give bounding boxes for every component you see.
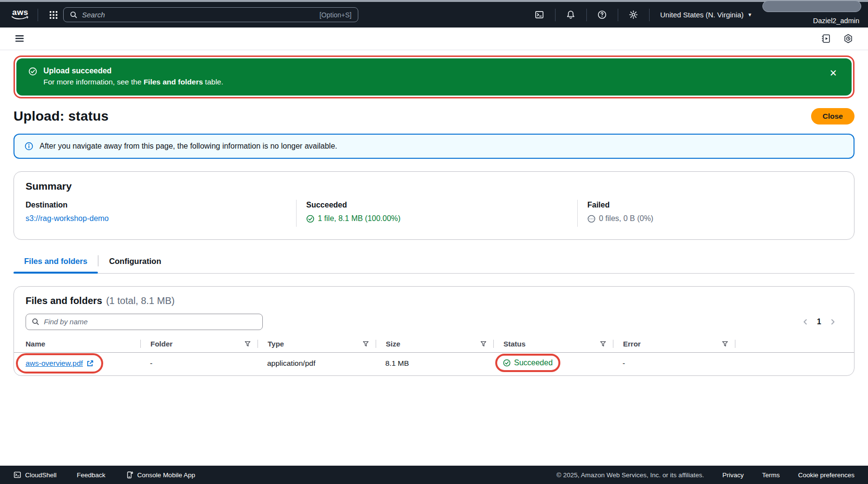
close-icon: ✕: [829, 68, 837, 78]
success-flashbar: Upload succeeded For more information, s…: [16, 58, 852, 96]
cell-name: aws-overview.pdf: [26, 359, 140, 368]
cell-type: application/pdf: [258, 359, 376, 368]
column-header-filler: [735, 340, 842, 348]
account-area[interactable]: Daziel2_admin: [756, 2, 858, 28]
column-header-name[interactable]: Name: [26, 340, 140, 348]
next-page-button[interactable]: [828, 317, 838, 327]
search-icon: [32, 318, 40, 326]
notifications-button[interactable]: [562, 6, 580, 24]
help-button[interactable]: [594, 6, 611, 24]
dismiss-notification-button[interactable]: ✕: [826, 66, 841, 81]
aws-logo[interactable]: aws: [10, 9, 31, 21]
previous-page-button[interactable]: [800, 317, 810, 327]
annotation-highlight-status: Succeeded: [495, 354, 560, 372]
footer-feedback-button[interactable]: Feedback: [77, 471, 105, 479]
column-header-error[interactable]: Error: [613, 340, 735, 348]
filter-funnel-icon[interactable]: [722, 341, 728, 347]
filter-placeholder: Find by name: [44, 318, 88, 326]
status-text: Succeeded: [514, 359, 553, 367]
external-link-icon: [86, 360, 94, 367]
flashbar-message-prefix: For more information, see the: [43, 78, 144, 86]
filter-input[interactable]: Find by name: [26, 314, 263, 330]
info-icon: [25, 142, 33, 151]
table-row: aws-overview.pdf - application/pdf 8.1 M…: [14, 353, 854, 375]
files-panel-header: Files and folders (1 total, 8.1 MB): [14, 295, 854, 306]
page-title: Upload: status: [14, 109, 108, 124]
tab-label: Files and folders: [24, 257, 87, 265]
privacy-link[interactable]: Privacy: [722, 471, 744, 479]
close-button[interactable]: Close: [811, 108, 854, 124]
copyright-text: © 2025, Amazon Web Services, Inc. or its…: [556, 471, 704, 479]
cell-folder: -: [140, 359, 258, 368]
summary-grid: Destination s3://rag-workshop-demo Succe…: [26, 200, 842, 227]
top-navigation: aws Search [Option+S]: [0, 2, 868, 28]
column-header-folder[interactable]: Folder: [140, 340, 258, 348]
gear-icon: [629, 10, 638, 19]
services-menu-button[interactable]: [45, 6, 62, 24]
chevron-right-icon: [829, 318, 837, 326]
cell-size: 8.1 MB: [376, 359, 493, 368]
cloudshell-button[interactable]: [531, 6, 548, 24]
success-check-circle-icon: [503, 359, 511, 367]
column-header-size[interactable]: Size: [376, 340, 493, 348]
flashbar-text: Upload succeeded For more information, s…: [43, 66, 223, 87]
terms-link[interactable]: Terms: [762, 471, 780, 479]
column-header-type[interactable]: Type: [258, 340, 376, 348]
summary-panel: Summary Destination s3://rag-workshop-de…: [14, 171, 854, 240]
succeeded-value: 1 file, 8.1 MB (100.00%): [318, 214, 401, 223]
files-count: (1 total, 8.1 MB): [106, 295, 175, 306]
mobile-phone-download-icon: [126, 471, 134, 479]
mobile-app-label: Console Mobile App: [137, 471, 195, 479]
info-alert-text: After you navigate away from this page, …: [40, 142, 337, 151]
filter-funnel-icon[interactable]: [600, 341, 606, 347]
column-label: Size: [386, 340, 400, 348]
console-footer: CloudShell Feedback Console Mobile App ©…: [0, 466, 868, 484]
nav-divider: [618, 9, 618, 21]
tab-bar: Files and folders Configuration: [14, 250, 854, 274]
tab-files-and-folders[interactable]: Files and folders: [14, 250, 98, 273]
page-header: Upload: status Close: [14, 108, 854, 124]
username-label: Daziel2_admin: [813, 17, 859, 25]
nav-divider: [38, 9, 38, 21]
settings-button[interactable]: [625, 6, 642, 24]
table-controls: Find by name 1: [14, 306, 854, 337]
cookie-preferences-link[interactable]: Cookie preferences: [798, 471, 854, 479]
search-icon: [70, 11, 78, 19]
region-selector[interactable]: United States (N. Virginia) ▼: [656, 11, 756, 19]
terminal-icon: [535, 10, 544, 19]
current-page-number[interactable]: 1: [817, 318, 821, 326]
failed-status: 0 files, 0 B (0%): [587, 214, 653, 223]
global-search-input[interactable]: Search [Option+S]: [63, 7, 358, 22]
files-panel: Files and folders (1 total, 8.1 MB) Find…: [14, 286, 854, 376]
side-navigation-toggle[interactable]: [13, 31, 27, 46]
tab-configuration[interactable]: Configuration: [98, 250, 172, 273]
ellipsis-circle-icon: [587, 215, 596, 223]
app-grid-icon: [49, 10, 58, 20]
region-label: United States (N. Virginia): [660, 11, 744, 19]
flashbar-message: For more information, see the Files and …: [43, 76, 223, 87]
filter-funnel-icon[interactable]: [480, 341, 487, 347]
failed-value: 0 files, 0 B (0%): [599, 214, 653, 223]
cloudshell-label: CloudShell: [25, 471, 56, 479]
filter-funnel-icon[interactable]: [244, 341, 251, 347]
info-alert: After you navigate away from this page, …: [14, 134, 854, 159]
column-label: Folder: [150, 340, 173, 348]
success-check-circle-icon: [28, 67, 37, 76]
summary-title: Summary: [26, 180, 842, 192]
destination-link[interactable]: s3://rag-workshop-demo: [26, 214, 109, 222]
status-badge: Succeeded: [503, 359, 553, 367]
flashbar-title: Upload succeeded: [43, 66, 223, 76]
feedback-label: Feedback: [77, 471, 105, 479]
aws-smile-icon: [11, 16, 30, 21]
hexagon-history-panel-button[interactable]: [841, 31, 855, 46]
footer-mobile-app-button[interactable]: Console Mobile App: [126, 471, 195, 479]
file-link[interactable]: aws-overview.pdf: [26, 359, 94, 368]
filter-funnel-icon[interactable]: [363, 341, 369, 347]
bell-icon: [566, 10, 575, 19]
notebook-play-icon: [821, 34, 831, 43]
tutorials-panel-button[interactable]: [819, 31, 833, 46]
question-circle-icon: [597, 10, 607, 19]
footer-cloudshell-button[interactable]: CloudShell: [14, 471, 56, 479]
table-header-row: Name Folder Type Size Status Error: [14, 337, 854, 353]
column-header-status[interactable]: Status: [493, 340, 613, 348]
